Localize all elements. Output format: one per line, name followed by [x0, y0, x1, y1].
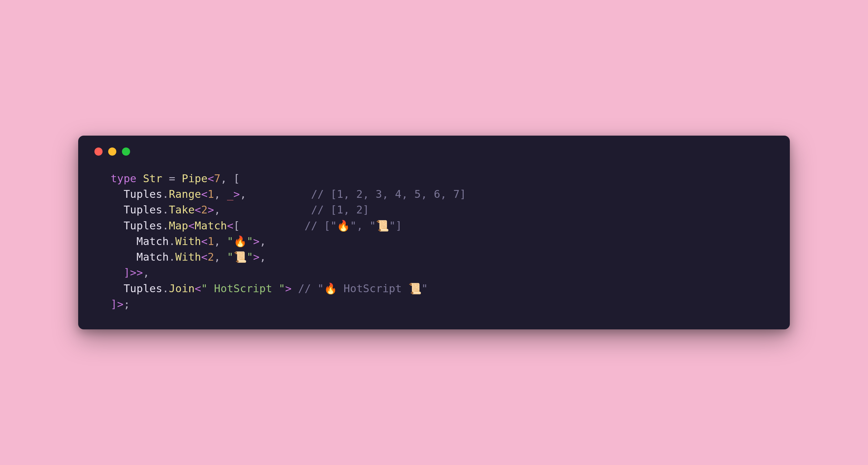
angle-open: < [227, 220, 234, 232]
dot: . [162, 188, 169, 200]
padding [246, 188, 311, 200]
comma: , [214, 188, 221, 200]
type-name: Str [143, 172, 162, 185]
keyword-type: type [111, 172, 137, 185]
comment: // ["🔥", "📜"] [305, 220, 402, 232]
comma: , [240, 188, 246, 200]
traffic-lights [94, 147, 775, 156]
angle-open: < [201, 188, 208, 200]
indent [111, 282, 124, 295]
minimize-icon [108, 147, 116, 156]
indent [111, 235, 137, 247]
code-block: type Str = Pipe<7, [ Tuples.Range<1, _>,… [93, 171, 775, 312]
ident-tuples: Tuples [124, 220, 162, 232]
type-pipe: Pipe [182, 172, 208, 185]
angle-open: < [201, 251, 208, 263]
angle-open: < [195, 282, 202, 295]
type-match: Match [195, 220, 227, 232]
maximize-icon [122, 147, 130, 156]
angle-open: < [201, 235, 208, 247]
indent [111, 220, 124, 232]
padding [240, 220, 305, 232]
comma: , [259, 251, 266, 263]
string-literal: "🔥" [227, 235, 253, 247]
type-join: Join [169, 282, 195, 295]
type-with: With [176, 251, 202, 263]
dot: . [162, 220, 169, 232]
number-literal: 7 [214, 172, 221, 185]
comma: , [259, 235, 266, 247]
comma: , [214, 235, 221, 247]
angle-open: < [188, 220, 195, 232]
indent [111, 266, 124, 279]
padding [220, 203, 311, 216]
close-icon [94, 147, 102, 156]
ident-match: Match [137, 235, 169, 247]
equals: = [169, 172, 176, 185]
angle-close: > [253, 251, 259, 263]
ident-tuples: Tuples [124, 203, 162, 216]
comma: , [214, 251, 221, 263]
string-literal: " HotScript " [201, 282, 285, 295]
string-literal: "📜" [227, 251, 253, 263]
type-take: Take [169, 203, 195, 216]
indent [111, 188, 124, 200]
comment: // [1, 2, 3, 4, 5, 6, 7] [311, 188, 466, 200]
dot: . [162, 282, 169, 295]
angle-open: < [208, 172, 214, 185]
angle-open: < [195, 203, 202, 216]
type-map: Map [169, 220, 188, 232]
space [220, 235, 227, 247]
angle-close: > [253, 235, 259, 247]
bracket-open: [ [234, 172, 240, 185]
close-brackets: ]> [111, 298, 124, 310]
number-literal: 1 [208, 235, 214, 247]
comma: , [143, 266, 150, 279]
type-with: With [176, 235, 202, 247]
code-window: type Str = Pipe<7, [ Tuples.Range<1, _>,… [78, 136, 790, 330]
comma: , [220, 172, 227, 185]
number-literal: 2 [208, 251, 214, 263]
placeholder: _ [227, 188, 234, 200]
comment: // "🔥 HotScript 📜" [298, 282, 428, 295]
ident-tuples: Tuples [124, 188, 162, 200]
comma: , [214, 203, 221, 216]
space [220, 188, 227, 200]
type-range: Range [169, 188, 201, 200]
ident-match: Match [137, 251, 169, 263]
space [220, 251, 227, 263]
dot: . [169, 251, 176, 263]
comment: // [1, 2] [311, 203, 369, 216]
dot: . [169, 235, 176, 247]
angle-close: > [285, 282, 292, 295]
dot: . [162, 203, 169, 216]
bracket-open: [ [234, 220, 240, 232]
number-literal: 2 [201, 203, 208, 216]
indent [111, 203, 124, 216]
semicolon: ; [124, 298, 130, 310]
space [292, 282, 298, 295]
angle-close: > [208, 203, 214, 216]
angle-close: > [234, 188, 240, 200]
number-literal: 1 [208, 188, 214, 200]
indent [111, 251, 137, 263]
ident-tuples: Tuples [124, 282, 162, 295]
close-brackets: ]>> [124, 266, 143, 279]
